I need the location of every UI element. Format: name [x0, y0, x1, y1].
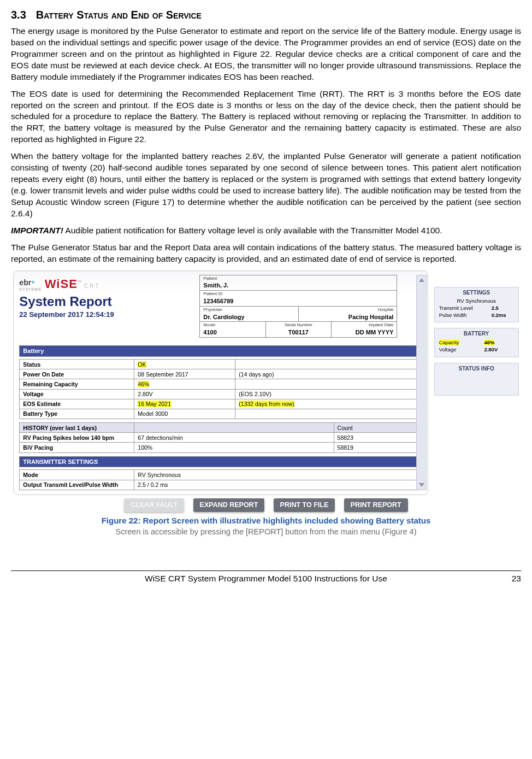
print-to-file-button[interactable]: PRINT TO FILE [274, 498, 335, 512]
section-title: Battery Status and End of Service [36, 9, 202, 21]
sidebar-panels: SETTINGS RV Synchronous Transmit Level2.… [434, 270, 519, 401]
ebr-logo-sub: SYSTEMS [19, 287, 41, 292]
battery-table: StatusOKPower On Date08 September 2017(1… [19, 359, 422, 419]
transmitter-header: TRANSMITTER SETTINGS [19, 456, 422, 468]
status-info-panel: STATUS INFO [434, 363, 519, 396]
expand-report-button[interactable]: EXPAND REPORT [193, 498, 265, 512]
report-screenshot: ebr• SYSTEMS WiSE™ CRT System Report 22 … [13, 270, 428, 495]
figure-caption: Figure 22: Report Screen with illustrati… [11, 515, 521, 526]
wise-logo-sub: CRT [84, 283, 100, 289]
scrollbar[interactable] [416, 275, 427, 490]
settings-panel: SETTINGS RV Synchronous Transmit Level2.… [434, 287, 519, 323]
paragraph-3: When the battery voltage for the implant… [11, 151, 521, 220]
paragraph-1: The energy usage is monitored by the Pul… [11, 26, 521, 83]
figure-subcaption: Screen is accessible by pressing the [RE… [11, 527, 521, 538]
battery-panel: BATTERY Capacity46% Voltage2.80V [434, 328, 519, 357]
clear-fault-button[interactable]: CLEAR FAULT [124, 498, 184, 512]
important-text: Audible patient notification for Battery… [63, 226, 442, 235]
history-table: HISTORY (over last 1 days)Count RV Pacin… [19, 422, 422, 453]
paragraph-2: The EOS date is used for determining the… [11, 89, 521, 146]
ebr-logo: ebr• [19, 278, 34, 287]
footer-text: WiSE CRT System Programmer Model 5100 In… [145, 573, 387, 585]
patient-info: PatientSmith, J. Patient ID123456789 Phy… [199, 275, 397, 338]
paragraph-5: The Pulse Generator Status bar and the R… [11, 242, 521, 265]
paragraph-important: IMPORTANT! Audible patient notification … [11, 225, 521, 237]
page-number: 23 [512, 573, 521, 585]
button-row: CLEAR FAULT EXPAND REPORT PRINT TO FILE … [11, 498, 521, 512]
figure-22: ebr• SYSTEMS WiSE™ CRT System Report 22 … [11, 270, 521, 538]
battery-header: Battery [19, 345, 422, 357]
footer: WiSE CRT System Programmer Model 5100 In… [11, 570, 521, 585]
transmitter-table: ModeRV SynchronousOutput Transmit Level/… [19, 469, 422, 490]
section-heading: 3.3Battery Status and End of Service [11, 8, 521, 22]
section-number: 3.3 [11, 9, 26, 21]
wise-logo: WiSE™ [45, 277, 82, 291]
important-label: IMPORTANT! [11, 226, 63, 235]
print-report-button[interactable]: PRINT REPORT [344, 498, 408, 512]
